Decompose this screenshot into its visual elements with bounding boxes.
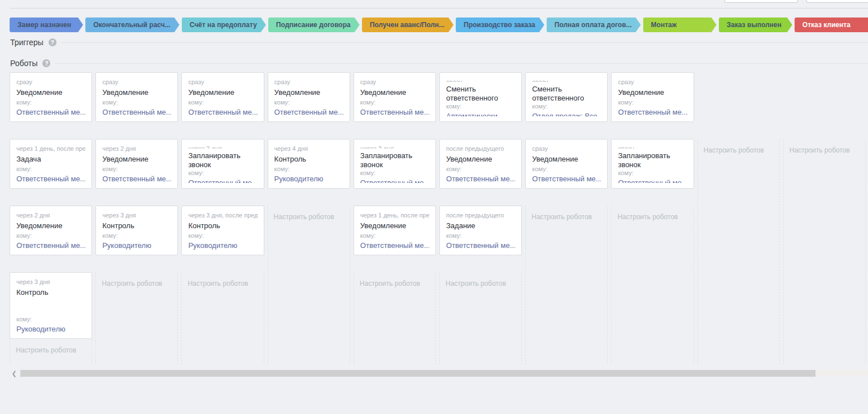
robot-recipient-link[interactable]: Ответственный ме... (446, 241, 515, 250)
configure-robots-link[interactable]: Настроить роботов (531, 213, 601, 221)
robot-timing: через 2 дня (102, 145, 171, 152)
robot-to-label: кому: (446, 232, 515, 239)
robot-card[interactable]: сразуУведомлениекому:Ответственный ме... (10, 72, 92, 122)
robot-column-6: сразуСменить ответственногокому:Автомати… (439, 72, 522, 364)
robot-recipient-link[interactable]: Ответственный ме... (360, 241, 429, 250)
robot-timing: сразу (188, 79, 257, 85)
stage-chip-7[interactable]: Полная оплата догов... (547, 18, 641, 32)
stage-chip-6[interactable]: Производство заказа (456, 18, 544, 32)
horizontal-scrollbar-thumb[interactable] (20, 370, 815, 377)
scroll-left-arrow-icon[interactable]: ❮ (10, 369, 19, 378)
robot-to-label: кому: (446, 165, 515, 172)
robot-to-label: кому: (188, 232, 257, 239)
empty-column-zone: Настроить роботов (354, 272, 436, 364)
configure-robots-link[interactable]: Настроить роботов (102, 280, 172, 287)
robot-card[interactable]: через 3 дняКонтролькому:Руководителю (95, 206, 178, 255)
robot-recipient-link[interactable]: Ответственный ме... (618, 108, 687, 116)
spacer (783, 72, 866, 139)
help-icon[interactable]: ? (49, 38, 56, 46)
robot-card[interactable]: через 2 дняУведомлениекому:Ответственный… (95, 139, 178, 189)
robot-action-name: Запланировать звонок (188, 151, 257, 169)
robot-card[interactable]: через 3 дня, после пред...Контролькому:Р… (181, 206, 264, 255)
robot-recipient-link[interactable]: Отдел продаж: Все... (532, 112, 601, 116)
robot-recipient-link[interactable]: Ответственный ме... (16, 108, 85, 116)
empty-column-zone: Настроить роботов (611, 206, 693, 364)
stage-chip-9[interactable]: Заказ выполнен (719, 18, 792, 32)
robot-to-label: кому: (618, 99, 687, 106)
top-toolbar-button-partial-1[interactable] (725, 0, 798, 3)
top-toolbar-button-partial-2[interactable] (806, 0, 868, 3)
robot-action-name: Уведомление (16, 221, 85, 230)
robot-card[interactable]: через 2 дняЗапланировать звоноккому:Отве… (181, 139, 264, 189)
robot-card[interactable]: сразуУведомлениекому:Ответственный ме... (354, 72, 436, 122)
robot-action-name: Сменить ответственного (446, 85, 515, 103)
robot-recipient-link[interactable]: Руководителю (16, 325, 85, 333)
robot-card[interactable]: через 2 дняУведомлениекому:Ответственный… (10, 206, 92, 255)
robot-recipient-link[interactable]: Ответственный ме... (446, 175, 515, 183)
robot-timing: сразу (16, 79, 85, 85)
configure-robots-link[interactable]: Настроить роботов (790, 146, 860, 154)
help-icon[interactable]: ? (42, 59, 50, 67)
section-divider (55, 63, 868, 64)
configure-robots-link[interactable]: Настроить роботов (187, 280, 258, 287)
robot-recipient-link[interactable]: Ответственный ме... (102, 108, 171, 116)
empty-column-zone: Настроить роботов (783, 139, 866, 364)
robot-recipient-link[interactable]: Ответственный ме... (188, 108, 257, 116)
stage-chip-10[interactable]: Отказ клиента (795, 18, 868, 32)
robot-timing: через 3 дня (16, 278, 85, 285)
robot-action-name: Контроль (188, 221, 257, 230)
robot-card[interactable]: сразуУведомлениекому:Ответственный ме... (611, 72, 693, 122)
robot-card[interactable]: через 3 дняКонтролькому:Руководителю (10, 272, 92, 339)
robot-recipient-link[interactable]: Руководителю (102, 241, 171, 250)
robot-recipient-link[interactable]: Ответственный ме... (618, 178, 687, 183)
robot-card[interactable]: через 1 день, после пред...Уведомлениеко… (354, 206, 436, 255)
robot-timing: через 2 дня (360, 145, 429, 149)
stage-chip-3[interactable]: Счёт на предоплату (182, 18, 266, 32)
robot-column-10: Настроить роботов (783, 72, 866, 364)
robot-to-label: кому: (188, 99, 257, 106)
robot-recipient-link[interactable]: Руководителю (188, 241, 257, 250)
robot-card[interactable]: сразуСменить ответственногокому:Отдел пр… (525, 72, 608, 122)
robot-recipient-link[interactable]: Ответственный ме... (274, 108, 343, 116)
stage-chip-2[interactable]: Окончательный расч... (85, 18, 180, 32)
configure-robots-link[interactable]: Настроить роботов (446, 280, 516, 287)
robot-card[interactable]: сразуУведомлениекому:Ответственный ме... (268, 72, 350, 122)
spacer (697, 72, 780, 139)
robot-card[interactable]: после предыдущегоУведомлениекому:Ответст… (439, 139, 522, 189)
configure-robots-link[interactable]: Настроить роботов (617, 213, 687, 221)
empty-column-zone: Настроить роботов (268, 206, 350, 364)
robot-card[interactable]: через 4 дняКонтролькому:Руководителю (268, 139, 350, 189)
robot-card[interactable]: через 1 день, после пред...Задачакому:От… (10, 139, 92, 189)
stage-chip-5[interactable]: Получен аванс/Полн... (362, 18, 453, 32)
robot-recipient-link[interactable]: Ответственный ме... (360, 178, 429, 183)
robot-card[interactable]: сразуСменить ответственногокому:Автомати… (439, 72, 522, 122)
robot-card[interactable]: через 2 дняЗапланировать звоноккому:Отве… (354, 139, 436, 189)
robot-recipient-link[interactable]: Ответственный ме... (188, 178, 257, 183)
robot-card[interactable]: сразуУведомлениекому:Ответственный ме... (181, 72, 264, 122)
configure-robots-link[interactable]: Настроить роботов (16, 346, 86, 354)
robot-card[interactable]: после предыдущегоЗаданиекому:Ответственн… (439, 206, 522, 255)
configure-robots-link[interactable]: Настроить роботов (274, 213, 344, 221)
robot-to-label: кому: (16, 316, 85, 323)
configure-robots-link[interactable]: Настроить роботов (360, 280, 430, 287)
robot-recipient-link[interactable]: Ответственный ме... (16, 241, 85, 250)
robot-timing: через 2 дня (16, 212, 85, 219)
robot-card[interactable]: сразуЗапланировать звоноккому:Ответствен… (611, 139, 693, 189)
stage-chip-1[interactable]: Замер назначен (10, 18, 83, 32)
stage-chip-4[interactable]: Подписание договора (268, 18, 360, 32)
robot-recipient-link[interactable]: Ответственный ме... (532, 175, 601, 183)
robot-recipient-link[interactable]: Автоматически (446, 112, 515, 116)
robot-card[interactable]: сразуУведомлениекому:Ответственный ме... (95, 72, 178, 122)
configure-robots-link[interactable]: Настроить роботов (704, 146, 774, 154)
robot-card[interactable]: сразуУведомлениекому:Ответственный ме... (525, 139, 608, 189)
robot-to-label: кому: (102, 99, 171, 106)
robot-recipient-link[interactable]: Ответственный ме... (102, 175, 171, 183)
robot-recipient-link[interactable]: Ответственный ме... (360, 108, 429, 116)
stage-chip-label: Подписание договора (276, 21, 351, 29)
robot-recipient-link[interactable]: Ответственный ме... (16, 175, 85, 183)
robot-recipient-link[interactable]: Руководителю (274, 175, 343, 183)
robot-action-name: Уведомление (446, 155, 515, 164)
stage-chip-8[interactable]: Монтаж (643, 18, 717, 32)
robot-timing: сразу (618, 145, 687, 149)
stage-chip-label: Производство заказа (464, 21, 535, 29)
